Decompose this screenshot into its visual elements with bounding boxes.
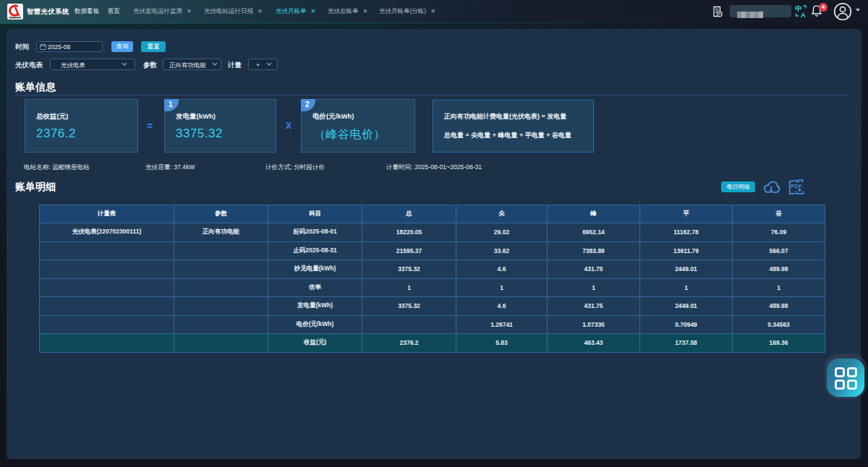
svg-text:A: A bbox=[801, 11, 806, 19]
svg-text:PDF: PDF bbox=[791, 183, 802, 189]
